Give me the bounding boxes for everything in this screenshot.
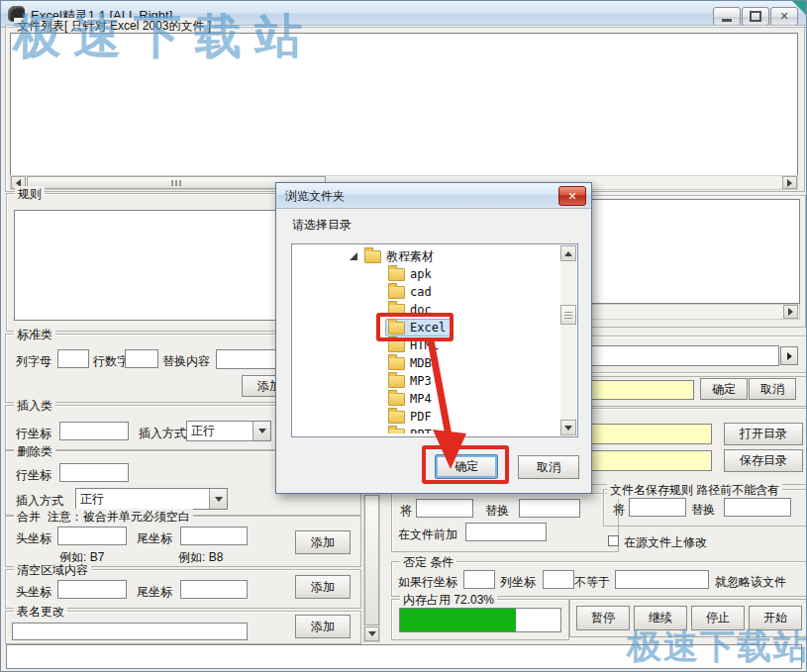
- fname-to-input[interactable]: [724, 498, 791, 517]
- col-coord-label: 列坐标: [500, 574, 536, 591]
- col-coord-input[interactable]: [543, 570, 574, 589]
- maximize-button[interactable]: [742, 7, 769, 26]
- insert-mode-label: 插入方式: [139, 426, 186, 442]
- delete-mode-select[interactable]: 正行: [75, 488, 228, 510]
- folder-icon: [388, 411, 405, 424]
- scroll-up-icon: [564, 251, 572, 256]
- path-ok-button[interactable]: 确定: [700, 378, 748, 400]
- merge-tail-label: 尾坐标: [137, 530, 172, 547]
- merge-note: 注意：被合并单元必须空白: [48, 510, 190, 524]
- merge-tail-input[interactable]: [180, 527, 248, 545]
- insert-mode-select[interactable]: 正行: [186, 421, 271, 441]
- tree-item-cad[interactable]: cad: [294, 283, 557, 301]
- dialog-title-bar: 浏览文件夹 ✕: [276, 183, 591, 209]
- merge-add-button[interactable]: 添加: [295, 530, 351, 554]
- tree-item-root[interactable]: 教程素材: [294, 247, 557, 265]
- folder-icon: [388, 268, 405, 281]
- scroll-up-button[interactable]: [560, 245, 576, 261]
- thumb-grip: [171, 180, 181, 186]
- minimize-icon: [722, 19, 732, 22]
- merge-label: 合并 注意：被合并单元必须空白: [14, 509, 193, 526]
- insert-row-coord-input[interactable]: [59, 422, 129, 440]
- path-expand-button[interactable]: [780, 346, 798, 365]
- folder-icon: [388, 375, 405, 388]
- rename-label: 表名更改: [14, 604, 67, 621]
- not-equal-label: 不等于: [574, 574, 610, 591]
- replace-to-label: 替换: [485, 503, 509, 520]
- dropdown-arrow-icon[interactable]: [209, 489, 227, 509]
- continue-button[interactable]: 继续: [634, 606, 687, 630]
- folder-icon: [388, 357, 405, 370]
- row-number-input[interactable]: [125, 349, 158, 368]
- stop-button[interactable]: 停止: [691, 606, 745, 630]
- expander-icon[interactable]: [350, 252, 357, 260]
- file-listbox[interactable]: [10, 33, 798, 176]
- insert-row-coord-label: 行坐标: [16, 426, 51, 442]
- fname-to-label: 替换: [691, 502, 715, 519]
- scrollbar-thumb[interactable]: [560, 305, 576, 325]
- filename-rule-label: 文件名保存规则 路径前不能含有: [607, 482, 782, 499]
- file-prefix-input[interactable]: [465, 523, 547, 541]
- clear-head-label: 头坐标: [16, 584, 51, 601]
- dialog-cancel-button[interactable]: 取消: [518, 455, 579, 479]
- start-button[interactable]: 开始: [749, 606, 802, 630]
- rename-add-button[interactable]: 添加: [295, 615, 351, 638]
- modify-source-checkbox[interactable]: [608, 535, 619, 546]
- ignore-file-label: 就忽略该文件: [715, 574, 786, 591]
- close-icon: ✕: [567, 190, 576, 203]
- rules-label: 规则: [15, 186, 45, 203]
- maximize-icon: [750, 11, 761, 22]
- merge-head-input[interactable]: [57, 527, 127, 545]
- if-row-input[interactable]: [463, 570, 495, 589]
- scroll-down-button[interactable]: [364, 626, 379, 641]
- merge-head-label: 头坐标: [16, 530, 51, 547]
- tree-item-label: cad: [410, 285, 432, 299]
- file-list-group: 文件列表[ 只针对 Excel 2003的文件 ]: [5, 25, 805, 192]
- modify-source-label: 在源文件上修改: [624, 534, 707, 551]
- clear-label: 清空区域内容: [14, 562, 91, 579]
- delete-row-coord-input[interactable]: [59, 463, 129, 482]
- scroll-down-button[interactable]: [560, 420, 576, 435]
- open-dir-button[interactable]: 打开目录: [724, 423, 803, 445]
- memory-progress-fill: [400, 609, 516, 631]
- fname-from-label: 将: [613, 502, 625, 519]
- replace-from-input[interactable]: [416, 499, 473, 518]
- dropdown-arrow-icon[interactable]: [252, 422, 270, 440]
- clear-head-input[interactable]: [57, 580, 127, 599]
- col-letter-input[interactable]: [57, 349, 89, 368]
- standard-label: 标准类: [14, 327, 55, 343]
- tree-vscrollbar[interactable]: [560, 245, 576, 435]
- not-equal-input[interactable]: [615, 570, 709, 589]
- path-cancel-button[interactable]: 取消: [749, 378, 796, 400]
- insert-mode-value: 正行: [187, 423, 252, 439]
- rename-input[interactable]: [12, 623, 248, 640]
- scroll-right-button[interactable]: [782, 176, 797, 189]
- scroll-right-icon: [787, 179, 792, 187]
- scroll-right-button[interactable]: [783, 305, 798, 319]
- pause-button[interactable]: 暂停: [576, 606, 630, 630]
- clear-tail-input[interactable]: [180, 580, 248, 599]
- minimize-button[interactable]: [713, 7, 741, 26]
- delete-mode-label: 插入方式: [16, 493, 63, 510]
- merge-group: 合并 注意：被合并单元必须空白 头坐标 尾坐标 例如: B7 例如: B8 添加: [5, 516, 361, 567]
- save-dir-button[interactable]: 保存目录: [724, 449, 803, 472]
- annotation-arrow: [415, 336, 484, 475]
- clear-add-button[interactable]: 添加: [295, 575, 351, 599]
- delete-mode-value: 正行: [76, 491, 209, 508]
- action-button-strip: 暂停继续停止开始: [569, 599, 807, 637]
- scrollbar-thumb[interactable]: [364, 495, 379, 625]
- tree-item-apk[interactable]: apk: [294, 265, 557, 283]
- merge-eg-tail: 例如: B8: [178, 549, 223, 566]
- if-row-label: 如果行坐标: [398, 574, 457, 591]
- dialog-close-button[interactable]: ✕: [558, 186, 586, 206]
- fname-from-input[interactable]: [629, 498, 686, 517]
- dialog-title: 浏览文件夹: [285, 188, 345, 205]
- folder-icon: [388, 286, 405, 299]
- corner-accent: [792, 1, 806, 15]
- replace-to-input[interactable]: [519, 499, 580, 518]
- folder-icon: [388, 429, 405, 434]
- scroll-down-icon: [564, 426, 572, 431]
- scroll-down-icon: [368, 631, 376, 636]
- tree-item-label: 教程素材: [386, 248, 434, 265]
- replace-from-label: 将: [400, 503, 412, 520]
